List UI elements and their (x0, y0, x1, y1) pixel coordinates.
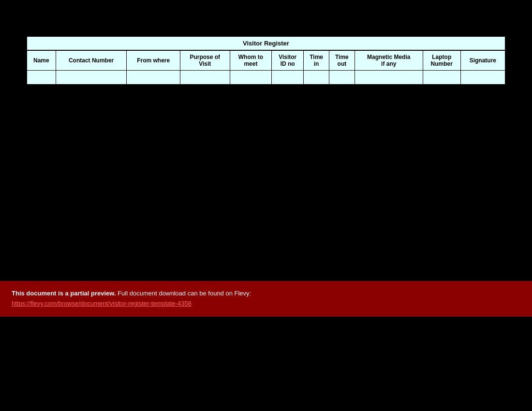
col-name: Name (27, 51, 56, 71)
cell-purpose (180, 71, 230, 85)
col-visitor-id: VisitorID no (272, 51, 304, 71)
cell-name (27, 71, 56, 85)
title-text: Visitor Register (243, 40, 289, 47)
cell-visitor-id (272, 71, 304, 85)
banner-link[interactable]: https://flevy.com/browse/document/visito… (12, 300, 192, 307)
main-content: Visitor Register Name Contact Number Fro… (0, 0, 532, 278)
cell-from-where (127, 71, 180, 85)
col-purpose: Purpose ofVisit (180, 51, 230, 71)
cell-magnetic-media (355, 71, 423, 85)
register-title: Visitor Register (27, 36, 505, 50)
cell-time-in (304, 71, 329, 85)
col-laptop-number: LaptopNumber (423, 51, 460, 71)
table-header-row: Name Contact Number From where Purpose o… (27, 51, 505, 71)
register-container: Visitor Register Name Contact Number Fro… (27, 36, 505, 85)
col-time-in: Timein (304, 51, 329, 71)
visitor-table: Name Contact Number From where Purpose o… (27, 50, 505, 85)
cell-signature (460, 71, 505, 85)
table-row (27, 71, 505, 85)
col-signature: Signature (460, 51, 505, 71)
cell-laptop-number (423, 71, 460, 85)
col-magnetic-media: Magnetic Mediaif any (355, 51, 423, 71)
black-bottom-area (0, 317, 532, 411)
col-whom: Whom tomeet (230, 51, 271, 71)
col-contact: Contact Number (56, 51, 127, 71)
banner-normal-text: Full document download can be found on F… (116, 290, 251, 297)
col-time-out: Timeout (329, 51, 355, 71)
col-from-where: From where (127, 51, 180, 71)
cell-time-out (329, 71, 355, 85)
cell-whom (230, 71, 271, 85)
preview-banner: This document is a partial preview. Full… (0, 281, 532, 317)
cell-contact (56, 71, 127, 85)
banner-text: This document is a partial preview. Full… (12, 289, 520, 309)
banner-bold-text: This document is a partial preview. (12, 290, 116, 297)
